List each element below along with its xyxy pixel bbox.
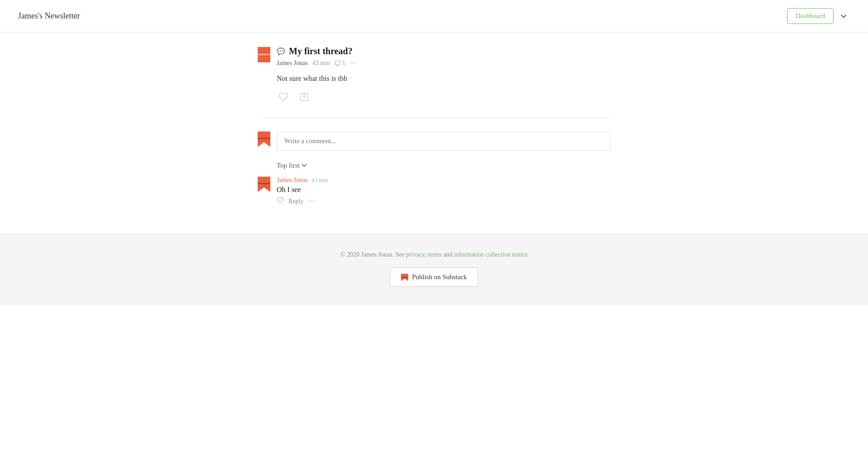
post-author: James Jonas	[277, 60, 308, 67]
post-actions	[277, 90, 610, 104]
comment-count: 1	[335, 60, 345, 67]
post-title-row: 💬 My first thread?	[277, 46, 610, 56]
comment-input-wrapper	[277, 131, 610, 153]
thread-icon: 💬	[277, 47, 285, 56]
and-text: and	[443, 251, 453, 258]
publish-label: Publish on Substack	[412, 273, 467, 281]
user-avatar-icon	[258, 131, 270, 147]
svg-rect-4	[258, 54, 270, 55]
comment-more-button[interactable]: ···	[308, 197, 316, 206]
notice-link[interactable]: information collection notice	[454, 251, 528, 258]
chevron-down-icon[interactable]	[837, 10, 850, 23]
comment-author[interactable]: James Jonas	[277, 177, 308, 184]
bookmark-icon	[258, 47, 270, 62]
page-footer: © 2020 James Jonas. See privacy, terms a…	[0, 233, 868, 305]
comment-time: 43 min	[311, 177, 328, 184]
share-button[interactable]	[297, 90, 311, 104]
page-header: James's Newsletter Dashboard	[0, 0, 868, 33]
comment-author-row: James Jonas 43 min	[277, 177, 610, 184]
post-title: My first thread?	[289, 46, 353, 56]
substack-icon	[401, 274, 408, 281]
copyright-text: © 2020 James Jonas. See	[340, 251, 405, 258]
sort-row: Top first	[277, 162, 610, 169]
sort-label[interactable]: Top first	[277, 162, 300, 169]
post-info-row: James Jonas 43 min 1 ···	[277, 58, 610, 68]
publish-button[interactable]: Publish on Substack	[390, 267, 478, 287]
header-actions: Dashboard	[787, 8, 850, 24]
share-icon	[299, 92, 309, 102]
comment-like-icon[interactable]	[277, 197, 284, 206]
post-time: 43 min	[312, 60, 330, 67]
post-more-button[interactable]: ···	[350, 58, 358, 68]
site-title: James's Newsletter	[18, 11, 80, 21]
footer-text: © 2020 James Jonas. See privacy, terms a…	[9, 251, 859, 258]
comment-content: James Jonas 43 min Oh I see Reply ···	[277, 177, 610, 206]
comment-item: James Jonas 43 min Oh I see Reply ···	[258, 177, 610, 206]
privacy-link[interactable]: privacy	[406, 251, 425, 258]
terms-link[interactable]: terms	[428, 251, 442, 258]
post-card: 💬 My first thread? James Jonas 43 min 1 …	[258, 46, 610, 118]
like-button[interactable]	[277, 91, 290, 103]
comment-actions: Reply ···	[277, 197, 610, 206]
sort-chevron-icon[interactable]	[302, 162, 307, 169]
dashboard-button[interactable]: Dashboard	[787, 8, 834, 24]
post-meta: 💬 My first thread? James Jonas 43 min 1 …	[277, 46, 610, 68]
svg-rect-7	[258, 138, 270, 139]
svg-rect-9	[258, 183, 270, 184]
post-body: Not sure what this is tbh	[277, 73, 610, 84]
comma: ,	[425, 251, 426, 258]
main-content: 💬 My first thread? James Jonas 43 min 1 …	[249, 33, 619, 233]
svg-rect-11	[401, 277, 408, 278]
comment-icon	[335, 60, 341, 66]
comment-section	[258, 131, 610, 153]
post-header: 💬 My first thread? James Jonas 43 min 1 …	[258, 46, 610, 68]
comment-body: Oh I see	[277, 186, 610, 194]
comment-input[interactable]	[277, 131, 610, 151]
commenter-avatar-icon	[258, 177, 270, 192]
heart-icon	[278, 93, 288, 102]
reply-button[interactable]: Reply	[288, 198, 303, 205]
